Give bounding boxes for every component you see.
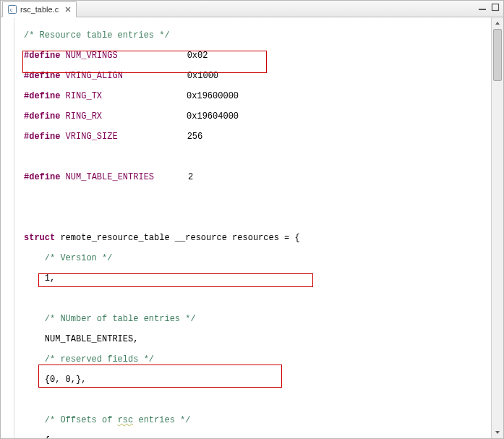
close-icon[interactable] bbox=[64, 6, 72, 13]
editor-pane: c rsc_table.c /* Resource table entries … bbox=[0, 0, 504, 439]
tab-rsc-table-c[interactable]: c rsc_table.c bbox=[2, 1, 77, 17]
svg-rect-2 bbox=[479, 9, 486, 10]
maximize-icon[interactable] bbox=[490, 2, 500, 12]
vertical-scrollbar[interactable] bbox=[491, 17, 503, 438]
minimize-icon[interactable] bbox=[477, 2, 487, 12]
scroll-up-icon[interactable] bbox=[492, 17, 503, 29]
scroll-down-icon[interactable] bbox=[492, 427, 503, 438]
tab-label: rsc_table.c bbox=[20, 5, 59, 14]
scroll-track[interactable] bbox=[492, 29, 503, 427]
scroll-thumb[interactable] bbox=[493, 29, 502, 81]
svg-rect-3 bbox=[492, 4, 499, 11]
code-area[interactable]: /* Resource table entries */ #define NUM… bbox=[1, 17, 503, 438]
editor-tabbar: c rsc_table.c bbox=[1, 1, 503, 17]
gutter bbox=[1, 17, 14, 438]
code-content: /* Resource table entries */ #define NUM… bbox=[14, 17, 492, 438]
c-file-icon: c bbox=[7, 4, 17, 14]
svg-text:c: c bbox=[10, 7, 13, 13]
